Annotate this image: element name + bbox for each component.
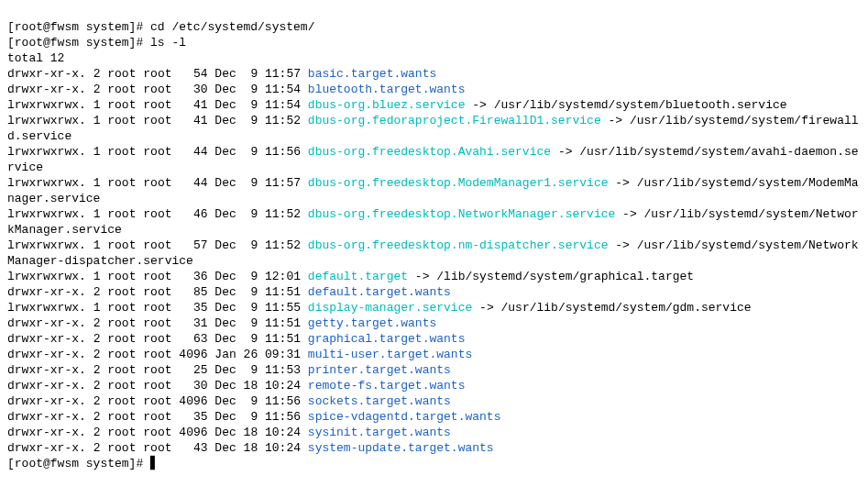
day: 9: [244, 316, 258, 330]
perm: drwxr-xr-x.: [7, 332, 86, 346]
arrow: ->: [558, 145, 573, 159]
nlink: 2: [93, 363, 101, 377]
nlink: 1: [93, 98, 101, 112]
nlink: 1: [93, 238, 101, 252]
shell-command-1: ls -l: [150, 36, 186, 50]
day: 9: [244, 285, 258, 299]
day: 18: [244, 426, 258, 439]
size: 43: [179, 441, 207, 455]
file-name-0: basic.target.wants: [308, 67, 436, 81]
group: root: [143, 98, 171, 112]
size: 30: [179, 379, 207, 393]
month: Dec: [214, 207, 236, 221]
size: 57: [179, 238, 207, 252]
size: 35: [179, 410, 207, 424]
nlink: 2: [93, 348, 101, 361]
perm: drwxr-xr-x.: [7, 379, 86, 393]
perm: drwxr-xr-x.: [7, 83, 86, 96]
day: 9: [244, 270, 258, 283]
file-name-15: remote-fs.target.wants: [308, 379, 466, 393]
file-name-3: dbus-org.fedoraproject.FirewallD1.servic…: [308, 114, 601, 127]
group: root: [143, 83, 171, 96]
perm: drwxr-xr-x.: [7, 410, 86, 424]
size: 4096: [179, 348, 207, 361]
month: Dec: [214, 410, 236, 424]
month: Dec: [214, 98, 236, 112]
ls-total: total 12: [7, 51, 64, 65]
owner: root: [107, 379, 136, 393]
nlink: 2: [93, 426, 101, 439]
month: Dec: [214, 176, 236, 190]
month: Dec: [214, 363, 236, 377]
time: 11:51: [265, 316, 301, 330]
time: 12:01: [265, 270, 301, 283]
file-name-2: dbus-org.bluez.service: [308, 98, 466, 112]
size: 46: [179, 207, 207, 221]
file-name-10: display-manager.service: [308, 301, 472, 315]
size: 35: [179, 301, 207, 315]
time: 11:56: [265, 410, 301, 424]
arrow: ->: [615, 238, 630, 252]
day: 9: [244, 410, 258, 424]
perm: drwxr-xr-x.: [7, 348, 86, 361]
owner: root: [107, 145, 136, 159]
owner: root: [107, 363, 136, 377]
perm: lrwxrwxrwx.: [7, 301, 86, 315]
nlink: 2: [93, 83, 101, 96]
month: Dec: [214, 379, 236, 393]
owner: root: [107, 270, 136, 283]
group: root: [143, 316, 171, 330]
file-name-12: graphical.target.wants: [308, 332, 466, 346]
group: root: [143, 176, 171, 190]
perm: lrwxrwxrwx.: [7, 207, 86, 221]
arrow: ->: [615, 176, 630, 190]
arrow: ->: [472, 98, 487, 112]
nlink: 1: [93, 114, 101, 127]
day: 26: [244, 348, 258, 361]
month: Dec: [214, 426, 236, 439]
owner: root: [107, 348, 136, 361]
group: root: [143, 363, 171, 377]
file-name-4: dbus-org.freedesktop.Avahi.service: [308, 145, 551, 159]
time: 11:57: [265, 176, 301, 190]
size: 63: [179, 332, 207, 346]
month: Dec: [214, 316, 236, 330]
nlink: 2: [93, 67, 101, 81]
group: root: [143, 301, 171, 315]
size: 41: [179, 98, 207, 112]
cursor-icon[interactable]: ▋: [150, 457, 158, 470]
owner: root: [107, 67, 136, 81]
owner: root: [107, 207, 136, 221]
group: root: [143, 441, 171, 455]
time: 11:56: [265, 145, 301, 159]
group: root: [143, 114, 171, 127]
day: 9: [244, 83, 258, 96]
time: 10:24: [265, 441, 301, 455]
time: 11:55: [265, 301, 301, 315]
day: 9: [244, 394, 258, 408]
time: 11:57: [265, 67, 301, 81]
time: 11:53: [265, 363, 301, 377]
day: 9: [244, 301, 258, 315]
month: Dec: [214, 285, 236, 299]
month: Dec: [214, 238, 236, 252]
owner: root: [107, 98, 136, 112]
owner: root: [107, 441, 136, 455]
arrow: ->: [609, 114, 623, 127]
shell-prompt: [root@fwsm system]#: [7, 457, 150, 470]
group: root: [143, 348, 171, 361]
perm: drwxr-xr-x.: [7, 67, 86, 81]
file-name-6: dbus-org.freedesktop.NetworkManager.serv…: [308, 207, 615, 221]
perm: drwxr-xr-x.: [7, 316, 86, 330]
owner: root: [107, 83, 136, 96]
month: Dec: [214, 114, 236, 127]
size: 4096: [179, 426, 207, 439]
shell-command-0: cd /etc/systemd/system/: [150, 20, 314, 34]
time: 11:51: [265, 332, 301, 346]
month: Dec: [214, 301, 236, 315]
owner: root: [107, 285, 136, 299]
perm: lrwxrwxrwx.: [7, 176, 86, 190]
shell-prompt: [root@fwsm system]#: [7, 36, 150, 50]
day: 9: [244, 332, 258, 346]
size: 4096: [179, 394, 207, 408]
